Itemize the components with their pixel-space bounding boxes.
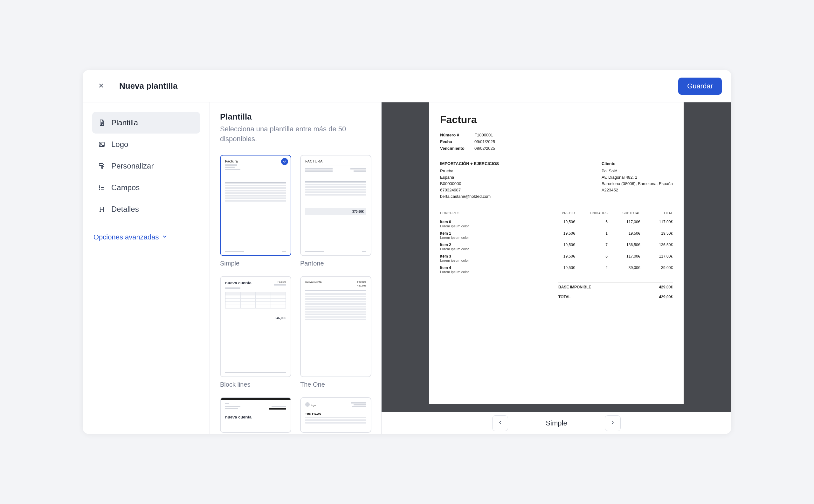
template-grid: Factura Simple FACTURA — [220, 155, 371, 433]
template-picker-panel: Plantilla Selecciona una plantilla entre… — [210, 102, 382, 434]
chevron-left-icon — [498, 420, 503, 426]
total-label: TOTAL — [558, 295, 571, 299]
divider — [112, 82, 112, 91]
sender-phone: 670324987 — [440, 187, 499, 193]
number-value: F1800001 — [474, 132, 493, 139]
table-row: Item 1Lorem ipsum color19,50€119,50€19,5… — [440, 229, 673, 240]
item-total: 19,50€ — [640, 229, 673, 240]
thumb-price: 370,50€ — [352, 210, 364, 213]
date-label: Fecha — [440, 139, 474, 145]
sidebar-item-plantilla[interactable]: Plantilla — [92, 112, 200, 134]
thumb-tag: Factura — [357, 280, 366, 283]
number-label: Número # — [440, 132, 474, 139]
item-desc: Lorem ipsum color — [440, 259, 542, 262]
sender-block: IMPORTACIÓN + EJERCICIOS Prueba España B… — [440, 161, 499, 200]
thumb-tag: Factura — [274, 280, 286, 283]
item-desc: Lorem ipsum color — [440, 224, 542, 228]
template-label: The One — [300, 381, 371, 388]
advanced-options-link[interactable]: Opciones avanzadas — [92, 233, 200, 241]
preview-footer: Simple — [382, 412, 731, 434]
invoice-title: Factura — [440, 114, 673, 126]
item-units: 1 — [575, 229, 608, 240]
preview-panel: Factura Número #F1800001 Fecha09/01/2025… — [382, 102, 731, 434]
due-value: 08/02/2025 — [474, 145, 495, 152]
sidebar-item-logo[interactable]: Logo — [92, 134, 200, 155]
invoice-preview: Factura Número #F1800001 Fecha09/01/2025… — [429, 102, 684, 404]
item-units: 2 — [575, 263, 608, 274]
preview-stage: Factura Número #F1800001 Fecha09/01/2025… — [382, 102, 731, 412]
close-button[interactable] — [95, 80, 107, 93]
sidebar: Plantilla Logo Personalizar Campos — [83, 102, 210, 434]
sidebar-item-label: Plantilla — [111, 118, 138, 127]
modal-header: Nueva plantilla Guardar — [83, 70, 731, 102]
table-row: Item 0Lorem ipsum color19,50€6117,00€117… — [440, 217, 673, 229]
item-price: 19,50€ — [542, 217, 575, 229]
template-label: Block lines — [220, 381, 291, 388]
chevron-right-icon — [610, 420, 615, 426]
item-price: 19,50€ — [542, 229, 575, 240]
modal-body: Plantilla Logo Personalizar Campos — [83, 102, 731, 434]
list-icon — [98, 184, 106, 191]
svg-point-4 — [99, 186, 100, 186]
item-subtotal: 117,00€ — [608, 217, 640, 229]
prev-template-button[interactable] — [492, 415, 508, 431]
table-row: Item 4Lorem ipsum color19,50€239,00€39,0… — [440, 263, 673, 274]
template-label: Pantone — [300, 260, 371, 267]
item-desc: Lorem ipsum color — [440, 270, 542, 274]
date-value: 09/01/2025 — [474, 139, 495, 145]
template-thumb[interactable]: nueva cuenta Factura 487,50€ — [300, 276, 371, 377]
next-template-button[interactable] — [605, 415, 621, 431]
modal-title: Nueva plantilla — [119, 81, 178, 91]
sidebar-item-campos[interactable]: Campos — [92, 177, 200, 198]
current-template-name: Simple — [546, 419, 567, 427]
col-price: PRECIO — [542, 209, 575, 217]
sidebar-item-detalles[interactable]: Detalles — [92, 198, 200, 220]
thumb-price: 546,00€ — [275, 316, 286, 320]
template-card-the-one: nueva cuenta Factura 487,50€ — [300, 276, 371, 388]
client-block: Cliente Pol Solé Av. Diagonal 482, 1 Bar… — [602, 161, 673, 200]
item-total: 136,50€ — [640, 240, 673, 252]
item-total: 39,00€ — [640, 263, 673, 274]
advanced-options-label: Opciones avanzadas — [93, 233, 159, 241]
thumb-brand: nueva cuenta — [225, 280, 252, 285]
col-units: UNIDADES — [575, 209, 608, 217]
template-thumb[interactable]: Factura — [220, 155, 291, 256]
svg-point-6 — [99, 189, 100, 190]
col-total: TOTAL — [640, 209, 673, 217]
svg-point-5 — [99, 187, 100, 188]
template-thumb[interactable]: FACTURA 370,50€ — [300, 155, 371, 256]
sidebar-item-label: Detalles — [111, 205, 139, 214]
item-units: 6 — [575, 217, 608, 229]
item-subtotal: 39,00€ — [608, 263, 640, 274]
divider — [92, 226, 200, 226]
base-value: 429,00€ — [659, 285, 673, 289]
table-row: Item 3Lorem ipsum color19,50€6117,00€117… — [440, 252, 673, 263]
sender-vat: B00000000 — [440, 181, 499, 187]
sidebar-item-label: Logo — [111, 140, 128, 149]
template-card-block-lines: nueva cuenta Factura — [220, 276, 291, 388]
template-card-pantone: FACTURA 370,50€ Pantone — [300, 155, 371, 267]
invoice-parties: IMPORTACIÓN + EJERCICIOS Prueba España B… — [440, 161, 673, 200]
heading-icon — [98, 205, 106, 213]
invoice-totals: BASE IMPONIBLE 429,00€ TOTAL 429,00€ — [558, 282, 673, 302]
template-thumb[interactable]: nueva cuenta Factura — [220, 276, 291, 377]
template-card-partial-1: nueva cuenta — [220, 397, 291, 433]
svg-rect-2 — [99, 163, 103, 165]
col-concept: CONCEPTO — [440, 209, 542, 217]
client-name: Pol Solé — [602, 168, 673, 174]
svg-rect-3 — [101, 167, 102, 169]
item-name: Item 0 — [440, 220, 542, 224]
sidebar-item-personalizar[interactable]: Personalizar — [92, 155, 200, 177]
item-units: 6 — [575, 252, 608, 263]
template-thumb[interactable]: logo Total 546,00€ — [300, 397, 371, 433]
sender-country: España — [440, 174, 499, 181]
item-name: Item 3 — [440, 254, 542, 259]
item-name: Item 2 — [440, 243, 542, 247]
save-button[interactable]: Guardar — [678, 78, 722, 95]
sender-name: Prueba — [440, 168, 499, 174]
client-heading: Cliente — [602, 161, 673, 167]
template-thumb[interactable]: nueva cuenta — [220, 397, 291, 433]
sender-email: berta.castane@holded.com — [440, 193, 499, 200]
template-editor-modal: Nueva plantilla Guardar Plantilla Logo — [83, 70, 731, 434]
item-name: Item 1 — [440, 231, 542, 236]
